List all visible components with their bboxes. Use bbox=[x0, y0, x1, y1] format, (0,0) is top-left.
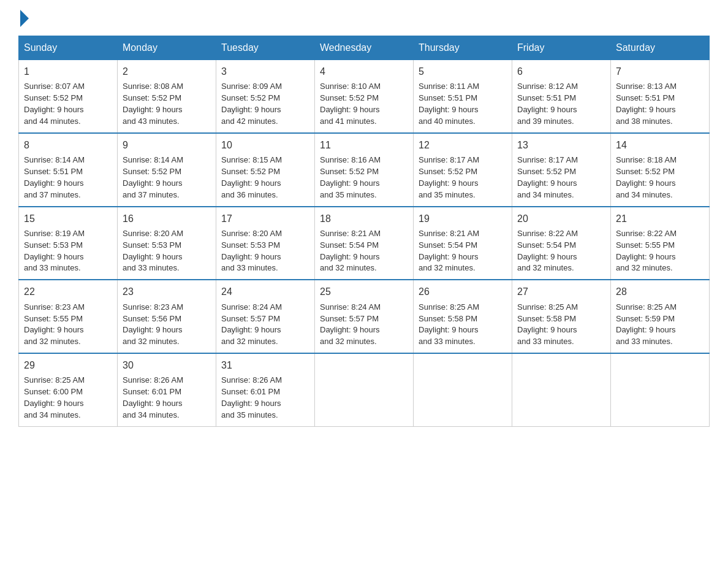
day-number: 20 bbox=[517, 212, 605, 226]
logo bbox=[18, 12, 29, 23]
calendar-header-thursday: Thursday bbox=[414, 36, 512, 60]
calendar-cell: 23 Sunrise: 8:23 AMSunset: 5:56 PMDaylig… bbox=[118, 280, 216, 353]
calendar-header-monday: Monday bbox=[118, 36, 216, 60]
logo-triangle-icon bbox=[20, 10, 29, 27]
day-info: Sunrise: 8:22 AMSunset: 5:55 PMDaylight:… bbox=[616, 229, 677, 273]
day-info: Sunrise: 8:24 AMSunset: 5:57 PMDaylight:… bbox=[221, 302, 282, 347]
day-number: 19 bbox=[419, 212, 507, 226]
calendar-cell: 1 Sunrise: 8:07 AMSunset: 5:52 PMDayligh… bbox=[19, 60, 118, 133]
calendar-week-4: 22 Sunrise: 8:23 AMSunset: 5:55 PMDaylig… bbox=[19, 280, 710, 353]
day-info: Sunrise: 8:26 AMSunset: 6:01 PMDaylight:… bbox=[221, 375, 282, 419]
day-info: Sunrise: 8:08 AMSunset: 5:52 PMDaylight:… bbox=[123, 82, 183, 126]
calendar-cell bbox=[414, 353, 512, 426]
day-number: 21 bbox=[616, 212, 704, 226]
day-number: 16 bbox=[123, 212, 211, 226]
day-info: Sunrise: 8:19 AMSunset: 5:53 PMDaylight:… bbox=[24, 229, 85, 273]
day-number: 18 bbox=[320, 212, 408, 226]
day-number: 2 bbox=[123, 65, 211, 79]
calendar-header-tuesday: Tuesday bbox=[216, 36, 315, 60]
calendar-cell: 30 Sunrise: 8:26 AMSunset: 6:01 PMDaylig… bbox=[118, 353, 216, 426]
calendar-cell: 18 Sunrise: 8:21 AMSunset: 5:54 PMDaylig… bbox=[315, 207, 414, 280]
day-info: Sunrise: 8:21 AMSunset: 5:54 PMDaylight:… bbox=[419, 229, 479, 273]
day-number: 11 bbox=[320, 139, 408, 152]
day-info: Sunrise: 8:07 AMSunset: 5:52 PMDaylight:… bbox=[24, 82, 85, 126]
day-info: Sunrise: 8:23 AMSunset: 5:55 PMDaylight:… bbox=[24, 302, 85, 347]
calendar-cell: 11 Sunrise: 8:16 AMSunset: 5:52 PMDaylig… bbox=[315, 133, 414, 207]
day-number: 27 bbox=[517, 285, 605, 299]
day-number: 5 bbox=[419, 65, 507, 79]
calendar-week-3: 15 Sunrise: 8:19 AMSunset: 5:53 PMDaylig… bbox=[19, 207, 710, 280]
calendar-cell: 14 Sunrise: 8:18 AMSunset: 5:52 PMDaylig… bbox=[611, 133, 710, 207]
calendar-cell: 21 Sunrise: 8:22 AMSunset: 5:55 PMDaylig… bbox=[611, 207, 710, 280]
day-number: 9 bbox=[123, 139, 211, 152]
calendar-cell: 25 Sunrise: 8:24 AMSunset: 5:57 PMDaylig… bbox=[315, 280, 414, 353]
day-info: Sunrise: 8:15 AMSunset: 5:52 PMDaylight:… bbox=[221, 155, 282, 199]
day-number: 15 bbox=[24, 212, 112, 226]
day-info: Sunrise: 8:24 AMSunset: 5:57 PMDaylight:… bbox=[320, 302, 381, 347]
day-info: Sunrise: 8:23 AMSunset: 5:56 PMDaylight:… bbox=[123, 302, 183, 347]
calendar-cell: 3 Sunrise: 8:09 AMSunset: 5:52 PMDayligh… bbox=[216, 60, 315, 133]
calendar-cell bbox=[611, 353, 710, 426]
calendar-cell: 10 Sunrise: 8:15 AMSunset: 5:52 PMDaylig… bbox=[216, 133, 315, 207]
day-info: Sunrise: 8:14 AMSunset: 5:52 PMDaylight:… bbox=[123, 155, 183, 199]
day-info: Sunrise: 8:25 AMSunset: 6:00 PMDaylight:… bbox=[24, 375, 85, 419]
day-number: 7 bbox=[616, 65, 704, 79]
day-number: 24 bbox=[221, 285, 309, 299]
calendar-cell: 4 Sunrise: 8:10 AMSunset: 5:52 PMDayligh… bbox=[315, 60, 414, 133]
calendar-week-2: 8 Sunrise: 8:14 AMSunset: 5:51 PMDayligh… bbox=[19, 133, 710, 207]
day-number: 25 bbox=[320, 285, 408, 299]
calendar-cell: 6 Sunrise: 8:12 AMSunset: 5:51 PMDayligh… bbox=[512, 60, 611, 133]
calendar-header-row: SundayMondayTuesdayWednesdayThursdayFrid… bbox=[19, 36, 710, 60]
day-number: 14 bbox=[616, 139, 704, 152]
day-info: Sunrise: 8:12 AMSunset: 5:51 PMDaylight:… bbox=[517, 82, 578, 126]
day-number: 6 bbox=[517, 65, 605, 79]
calendar-body: 1 Sunrise: 8:07 AMSunset: 5:52 PMDayligh… bbox=[19, 60, 710, 427]
calendar-cell bbox=[315, 353, 414, 426]
calendar-cell: 29 Sunrise: 8:25 AMSunset: 6:00 PMDaylig… bbox=[19, 353, 118, 426]
day-number: 4 bbox=[320, 65, 408, 79]
day-info: Sunrise: 8:21 AMSunset: 5:54 PMDaylight:… bbox=[320, 229, 381, 273]
calendar-table: SundayMondayTuesdayWednesdayThursdayFrid… bbox=[18, 36, 710, 427]
day-number: 8 bbox=[24, 139, 112, 152]
day-number: 29 bbox=[24, 359, 112, 372]
day-number: 26 bbox=[419, 285, 507, 299]
day-number: 17 bbox=[221, 212, 309, 226]
calendar-cell: 17 Sunrise: 8:20 AMSunset: 5:53 PMDaylig… bbox=[216, 207, 315, 280]
calendar-cell: 22 Sunrise: 8:23 AMSunset: 5:55 PMDaylig… bbox=[19, 280, 118, 353]
day-number: 10 bbox=[221, 139, 309, 152]
day-info: Sunrise: 8:26 AMSunset: 6:01 PMDaylight:… bbox=[123, 375, 183, 419]
calendar-header-sunday: Sunday bbox=[19, 36, 118, 60]
day-info: Sunrise: 8:13 AMSunset: 5:51 PMDaylight:… bbox=[616, 82, 677, 126]
calendar-cell: 16 Sunrise: 8:20 AMSunset: 5:53 PMDaylig… bbox=[118, 207, 216, 280]
day-info: Sunrise: 8:11 AMSunset: 5:51 PMDaylight:… bbox=[419, 82, 479, 126]
day-number: 23 bbox=[123, 285, 211, 299]
calendar-week-5: 29 Sunrise: 8:25 AMSunset: 6:00 PMDaylig… bbox=[19, 353, 710, 426]
day-info: Sunrise: 8:17 AMSunset: 5:52 PMDaylight:… bbox=[419, 155, 479, 199]
day-number: 22 bbox=[24, 285, 112, 299]
day-info: Sunrise: 8:20 AMSunset: 5:53 PMDaylight:… bbox=[123, 229, 183, 273]
calendar-cell: 2 Sunrise: 8:08 AMSunset: 5:52 PMDayligh… bbox=[118, 60, 216, 133]
day-info: Sunrise: 8:18 AMSunset: 5:52 PMDaylight:… bbox=[616, 155, 677, 199]
calendar-cell: 7 Sunrise: 8:13 AMSunset: 5:51 PMDayligh… bbox=[611, 60, 710, 133]
calendar-cell: 12 Sunrise: 8:17 AMSunset: 5:52 PMDaylig… bbox=[414, 133, 512, 207]
calendar-cell bbox=[512, 353, 611, 426]
calendar-cell: 13 Sunrise: 8:17 AMSunset: 5:52 PMDaylig… bbox=[512, 133, 611, 207]
calendar-header-saturday: Saturday bbox=[611, 36, 710, 60]
calendar-cell: 26 Sunrise: 8:25 AMSunset: 5:58 PMDaylig… bbox=[414, 280, 512, 353]
day-number: 31 bbox=[221, 359, 309, 372]
page-header bbox=[18, 12, 710, 23]
calendar-cell: 31 Sunrise: 8:26 AMSunset: 6:01 PMDaylig… bbox=[216, 353, 315, 426]
calendar-week-1: 1 Sunrise: 8:07 AMSunset: 5:52 PMDayligh… bbox=[19, 60, 710, 133]
day-info: Sunrise: 8:25 AMSunset: 5:58 PMDaylight:… bbox=[517, 302, 578, 347]
day-info: Sunrise: 8:16 AMSunset: 5:52 PMDaylight:… bbox=[320, 155, 381, 199]
day-info: Sunrise: 8:09 AMSunset: 5:52 PMDaylight:… bbox=[221, 82, 282, 126]
calendar-cell: 8 Sunrise: 8:14 AMSunset: 5:51 PMDayligh… bbox=[19, 133, 118, 207]
calendar-header-wednesday: Wednesday bbox=[315, 36, 414, 60]
day-info: Sunrise: 8:17 AMSunset: 5:52 PMDaylight:… bbox=[517, 155, 578, 199]
calendar-cell: 27 Sunrise: 8:25 AMSunset: 5:58 PMDaylig… bbox=[512, 280, 611, 353]
calendar-header-friday: Friday bbox=[512, 36, 611, 60]
calendar-cell: 28 Sunrise: 8:25 AMSunset: 5:59 PMDaylig… bbox=[611, 280, 710, 353]
day-number: 3 bbox=[221, 65, 309, 79]
calendar-cell: 19 Sunrise: 8:21 AMSunset: 5:54 PMDaylig… bbox=[414, 207, 512, 280]
calendar-cell: 24 Sunrise: 8:24 AMSunset: 5:57 PMDaylig… bbox=[216, 280, 315, 353]
